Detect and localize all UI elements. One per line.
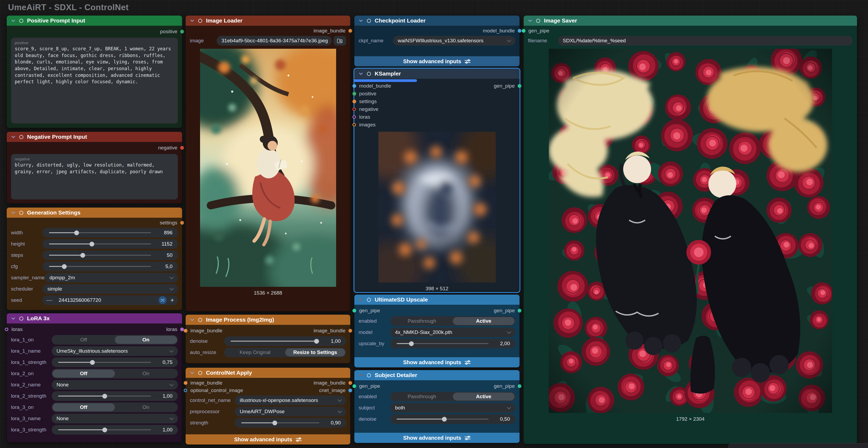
node-image-process[interactable]: Image Process (Img2Img) image_bundle ima… bbox=[186, 315, 350, 363]
queue-panel-edge[interactable] bbox=[728, 443, 868, 448]
seed-increment-button[interactable]: + bbox=[170, 297, 174, 303]
toggle-resize-to-settings[interactable]: Resize to Settings bbox=[285, 348, 345, 356]
collapse-chevron-icon[interactable] bbox=[11, 19, 16, 23]
detailer-denoise-slider[interactable]: 0,50 bbox=[390, 414, 515, 424]
node-graph-canvas[interactable]: UmeAiRT - SDXL - ControlNet Positive Pro… bbox=[0, 0, 868, 448]
port-gen-pipe-in[interactable] bbox=[522, 29, 525, 33]
slider-knob[interactable] bbox=[314, 339, 319, 344]
show-advanced-inputs-button[interactable]: Show advanced inputs bbox=[354, 56, 520, 66]
node-ultimatesd-upscale[interactable]: UltimateSD Upscale gen_pipe gen_pipe ena… bbox=[354, 294, 520, 367]
node-generation-settings[interactable]: Generation Settings settings width 896 h… bbox=[7, 207, 182, 310]
collapse-chevron-icon[interactable] bbox=[11, 135, 16, 139]
node-subject-detailer[interactable]: Subject Detailer gen_pipe gen_pipe enabl… bbox=[354, 370, 520, 443]
node-header[interactable]: Image Saver bbox=[524, 15, 857, 26]
slider-knob[interactable] bbox=[272, 420, 277, 425]
collapse-chevron-icon[interactable] bbox=[528, 19, 532, 23]
toggle-off[interactable]: Off bbox=[53, 336, 115, 344]
lora1-strength-slider[interactable]: 0,75 bbox=[52, 357, 178, 367]
lora1-name-dropdown[interactable]: UmeSky_Illustrious.safetensors bbox=[52, 346, 178, 356]
lora2-strength-slider[interactable]: 1,00 bbox=[52, 391, 178, 401]
port-gen-pipe-out[interactable] bbox=[518, 309, 522, 313]
node-header[interactable]: UltimateSD Upscale bbox=[354, 294, 520, 305]
node-header[interactable]: LoRA 3x bbox=[7, 313, 182, 323]
port-cnet-image-out[interactable] bbox=[348, 389, 352, 392]
node-header[interactable]: KSampler bbox=[354, 69, 520, 79]
lora3-strength-slider[interactable]: 1,00 bbox=[52, 425, 178, 435]
slider-knob[interactable] bbox=[74, 230, 79, 235]
latent-preview-image[interactable] bbox=[378, 132, 496, 283]
filename-input[interactable] bbox=[558, 36, 853, 45]
browse-image-button[interactable] bbox=[334, 36, 346, 45]
positive-prompt-textarea[interactable]: positive score_9, score_8_up, score_7_up… bbox=[11, 38, 178, 123]
node-header[interactable]: Subject Detailer bbox=[354, 370, 520, 380]
strength-slider[interactable]: 0,90 bbox=[235, 418, 346, 428]
port-model-bundle-in[interactable] bbox=[352, 84, 356, 88]
seed-decrement-button[interactable]: — bbox=[46, 297, 52, 303]
collapse-chevron-icon[interactable] bbox=[11, 316, 16, 321]
port-positive-in[interactable] bbox=[352, 92, 356, 96]
show-advanced-inputs-button[interactable]: Show advanced inputs bbox=[354, 433, 520, 443]
toggle-keep-original[interactable]: Keep Original bbox=[225, 348, 285, 356]
node-image-saver[interactable]: Image Saver gen_pipe filename bbox=[524, 15, 857, 444]
collapse-chevron-icon[interactable] bbox=[359, 19, 363, 23]
node-header[interactable]: Positive Prompt Input bbox=[7, 15, 182, 26]
ckpt-name-dropdown[interactable]: waiNSFWIllustrious_v130.safetensors bbox=[393, 36, 515, 45]
slider-knob[interactable] bbox=[442, 417, 447, 421]
toggle-passthrough[interactable]: Passthrough bbox=[391, 317, 453, 325]
node-header[interactable]: Image Process (Img2Img) bbox=[186, 315, 350, 325]
port-loras-out[interactable] bbox=[180, 327, 184, 331]
slider-knob[interactable] bbox=[409, 341, 414, 346]
saved-image-preview[interactable] bbox=[549, 49, 832, 413]
upscale-model-dropdown[interactable]: 4x_NMKD-Siax_200k.pth bbox=[390, 327, 515, 337]
port-negative-out[interactable] bbox=[180, 146, 184, 150]
port-gen-pipe-in[interactable] bbox=[352, 384, 356, 388]
slider-knob[interactable] bbox=[102, 394, 107, 398]
show-advanced-inputs-button[interactable]: Show advanced inputs bbox=[354, 357, 520, 367]
height-slider[interactable]: 1152 bbox=[42, 239, 178, 249]
show-advanced-inputs-button[interactable]: Show advanced inputs bbox=[186, 434, 350, 445]
lora1-on-toggle[interactable]: Off On bbox=[52, 335, 178, 345]
node-checkpoint-loader[interactable]: Checkpoint Loader model_bundle ckpt_name… bbox=[354, 15, 520, 66]
toggle-on[interactable]: On bbox=[115, 370, 177, 378]
cfg-slider[interactable]: 5,0 bbox=[42, 262, 178, 271]
node-header[interactable]: Checkpoint Loader bbox=[354, 15, 520, 26]
port-model-bundle-out[interactable] bbox=[518, 29, 522, 33]
control-net-name-dropdown[interactable]: illustrious-xl-openpose.safetensors bbox=[235, 395, 346, 405]
preprocessor-dropdown[interactable]: UmeAiRT_DWPose bbox=[235, 407, 346, 416]
port-negative-in[interactable] bbox=[352, 107, 356, 111]
node-header[interactable]: Negative Prompt Input bbox=[7, 132, 182, 142]
subject-dropdown[interactable]: both bbox=[390, 403, 515, 413]
seed-widget[interactable]: — 244132560067720 + bbox=[42, 295, 178, 305]
toggle-active[interactable]: Active bbox=[453, 317, 515, 325]
node-controlnet-apply[interactable]: ControlNet Apply image_bundle image_bund… bbox=[186, 368, 350, 445]
port-images-in[interactable] bbox=[352, 123, 356, 126]
port-settings-in[interactable] bbox=[352, 100, 356, 103]
toggle-active[interactable]: Active bbox=[453, 392, 515, 401]
collapse-chevron-icon[interactable] bbox=[359, 297, 363, 302]
scheduler-dropdown[interactable]: simple bbox=[42, 284, 178, 294]
node-positive-prompt[interactable]: Positive Prompt Input positive positive … bbox=[7, 15, 182, 128]
toggle-on[interactable]: On bbox=[115, 336, 177, 344]
node-lora-3x[interactable]: LoRA 3x loras loras lora_1_on Off On lor… bbox=[7, 313, 182, 442]
slider-knob[interactable] bbox=[89, 242, 94, 246]
toggle-off[interactable]: Off bbox=[53, 403, 115, 411]
toggle-on[interactable]: On bbox=[115, 403, 177, 411]
width-slider[interactable]: 896 bbox=[42, 228, 178, 237]
node-header[interactable]: Generation Settings bbox=[7, 207, 182, 218]
collapse-chevron-icon[interactable] bbox=[359, 71, 363, 76]
collapse-chevron-icon[interactable] bbox=[190, 19, 194, 23]
port-optional-control-image-in[interactable] bbox=[184, 389, 187, 392]
collapse-chevron-icon[interactable] bbox=[359, 373, 363, 378]
enabled-toggle[interactable]: Passthrough Active bbox=[390, 316, 515, 326]
port-gen-pipe-in[interactable] bbox=[352, 309, 356, 313]
lora2-name-dropdown[interactable]: None bbox=[52, 380, 178, 390]
seed-randomize-button[interactable] bbox=[159, 296, 166, 304]
slider-knob[interactable] bbox=[102, 427, 107, 432]
port-positive-out[interactable] bbox=[180, 30, 184, 33]
port-settings-out[interactable] bbox=[180, 221, 184, 225]
port-gen-pipe-out[interactable] bbox=[518, 384, 522, 388]
port-image-bundle-in[interactable] bbox=[184, 381, 187, 385]
node-header[interactable]: ControlNet Apply bbox=[186, 368, 350, 378]
port-loras-in[interactable] bbox=[352, 115, 356, 119]
port-image-bundle-in[interactable] bbox=[184, 329, 187, 332]
